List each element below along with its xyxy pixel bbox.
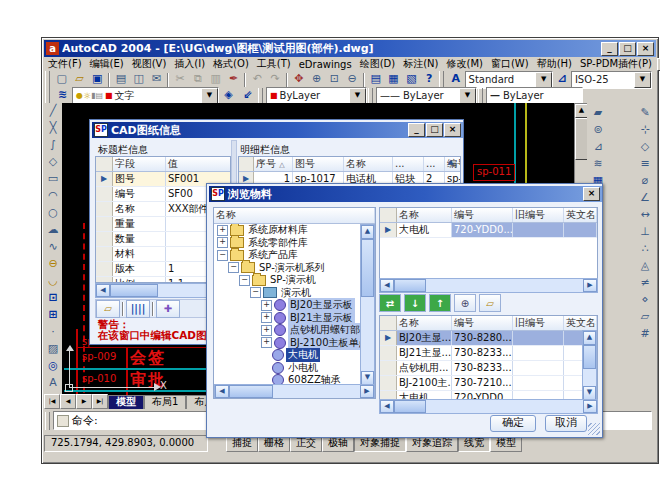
command-grip[interactable] [45, 412, 50, 430]
ellipse-icon[interactable]: ⊖ [44, 256, 63, 273]
ok-button[interactable]: 确定 [490, 415, 536, 432]
offset-icon[interactable]: ≋ [589, 156, 608, 173]
toolbar-grip[interactable] [478, 88, 483, 103]
scroll-left-icon[interactable]: ◀ [215, 385, 229, 398]
zoom-realtime-icon[interactable]: ⊕ [308, 71, 326, 88]
ordinate-dim-icon[interactable]: ◇ [636, 139, 655, 156]
cad-info-title-bar[interactable]: SP CAD图纸信息 _ □ × [92, 122, 463, 138]
layer-combo[interactable]: ● ☼ ▮ ▤ ■ 文字 ▼ [72, 87, 219, 105]
insert-block-icon[interactable]: ⊡ [44, 290, 63, 307]
table-row[interactable]: 点钞机用... 730-8233... [380, 361, 597, 376]
collapse-icon[interactable]: − [250, 287, 261, 298]
toolbar-grip[interactable] [439, 71, 444, 88]
new-file-icon[interactable]: ▢ [53, 71, 71, 88]
expand-icon[interactable]: + [261, 300, 272, 311]
table-row[interactable]: ▶ BJ20主显... 730-8280... [380, 331, 597, 346]
close-button[interactable]: × [637, 42, 654, 56]
layer-manager-icon[interactable]: ≋ [53, 87, 72, 104]
dim-style-edit-icon[interactable]: # [636, 326, 655, 343]
tab-layout1[interactable]: 布局1 [144, 395, 186, 409]
expand-icon[interactable]: + [261, 312, 272, 323]
chevron-down-icon[interactable]: ▼ [634, 72, 651, 88]
table-row[interactable]: BJ21主显... 730-8233... [380, 346, 597, 361]
dim-edit-icon[interactable]: ▱ [636, 309, 655, 326]
column-header[interactable]: ... [424, 157, 445, 171]
tab-prev-icon[interactable]: ◀ [60, 394, 76, 409]
selected-material-grid[interactable]: 名称 编号 旧编号 英文名称 ▶ 大电机 720-YDD0... [379, 207, 598, 279]
mirror-icon[interactable]: ⊿ [589, 139, 608, 156]
transfer-icon[interactable]: ⇄ [379, 294, 401, 312]
point-icon[interactable]: · [44, 324, 63, 341]
aligned-dim-icon[interactable]: ⊹ [636, 122, 655, 139]
tolerance-icon[interactable]: ≠ [636, 275, 655, 292]
construction-line-icon[interactable]: ╳ [44, 120, 63, 137]
properties-icon[interactable]: ▤ [367, 71, 385, 88]
column-header[interactable]: 序号 △ [254, 157, 293, 171]
tree-item[interactable]: 608ZZ轴承 [214, 374, 375, 384]
scroll-up-icon[interactable]: ▲ [583, 331, 596, 345]
polygon-icon[interactable]: ◇ [44, 154, 63, 171]
hatch-icon[interactable]: ▨ [44, 341, 63, 358]
radius-dim-icon[interactable]: ≡ [636, 156, 655, 173]
table-row[interactable]: ▶ 大电机 720-YDD0... [380, 223, 597, 238]
help-icon[interactable]: ? [420, 71, 438, 88]
zoom-window-icon[interactable]: ⊡ [325, 71, 343, 88]
resize-grip[interactable] [588, 423, 600, 435]
tab-last-icon[interactable]: ▶| [92, 394, 108, 409]
chevron-down-icon[interactable]: ▼ [459, 88, 476, 104]
menu-file[interactable]: 文件(F) [44, 56, 86, 72]
scroll-left-icon[interactable]: ◀ [380, 279, 394, 292]
material-list-grid[interactable]: 名称 编号 旧编号 英文名称 ▶ BJ20主显... 730-8280... B… [379, 315, 598, 400]
column-header[interactable]: 英文名称 [564, 208, 597, 222]
column-header[interactable]: 值 [166, 157, 231, 171]
chevron-down-icon[interactable]: ▼ [201, 88, 218, 104]
maximize-button[interactable]: □ [619, 42, 636, 56]
text-icon[interactable]: A [44, 375, 63, 392]
pan-icon[interactable]: ✥ [290, 71, 308, 88]
toolbar-grip[interactable] [258, 88, 263, 103]
chevron-down-icon[interactable]: ▼ [535, 72, 552, 88]
angular-dim-icon[interactable]: ∠ [636, 190, 655, 207]
column-header[interactable]: 名称 [344, 157, 393, 171]
tree-item-selected[interactable]: 大电机 [214, 349, 375, 362]
minimize-button[interactable]: _ [408, 123, 425, 137]
expand-icon[interactable]: + [261, 337, 272, 348]
scroll-up-icon[interactable]: ▲ [448, 158, 453, 166]
center-mark-icon[interactable]: ⋄ [636, 292, 655, 309]
move-up-icon[interactable]: ↑ [429, 294, 451, 312]
columns-icon[interactable]: |||| [126, 300, 150, 318]
spline-icon[interactable]: ∿ [44, 239, 63, 256]
add-record-icon[interactable]: ✚ [156, 300, 180, 318]
scroll-down-icon[interactable]: ▼ [583, 386, 596, 400]
redo-icon[interactable]: ↷ [266, 71, 284, 88]
scroll-down-icon[interactable]: ▼ [361, 371, 374, 384]
publish-icon[interactable]: ✉ [148, 71, 166, 88]
tab-model[interactable]: 模型 [108, 395, 144, 409]
rectangle-icon[interactable]: ▭ [44, 171, 63, 188]
collapse-icon[interactable]: − [239, 275, 250, 286]
collapse-icon[interactable]: − [217, 250, 228, 261]
tree-item[interactable]: −SP-演示机 [214, 274, 375, 287]
browse-title-bar[interactable]: SP 浏览物料 × [209, 186, 602, 202]
arc-icon[interactable]: ◠ [44, 188, 63, 205]
make-layer-current-icon[interactable]: ◈ [219, 87, 238, 104]
ellipse-arc-icon[interactable]: ◡ [44, 273, 63, 290]
tree-item[interactable]: −演示机 [214, 287, 375, 300]
linetype-combo[interactable]: —— ByLayer ▼ [376, 87, 477, 105]
column-header[interactable]: ... [393, 157, 424, 171]
minimize-button[interactable]: _ [601, 42, 618, 56]
menu-view[interactable]: 视图(V) [128, 56, 171, 72]
toolbar-grip[interactable] [45, 71, 50, 88]
revision-cloud-icon[interactable]: ☁ [44, 222, 63, 239]
menu-edrawings[interactable]: eDrawings [295, 58, 356, 71]
column-header[interactable]: 名称 [397, 208, 452, 222]
column-header[interactable]: 编号 [452, 208, 513, 222]
close-button[interactable]: × [444, 123, 461, 137]
expand-icon[interactable]: + [217, 225, 228, 236]
toolbar-grip[interactable] [45, 88, 50, 103]
cut-icon[interactable]: ✂ [171, 71, 189, 88]
expand-icon[interactable]: + [261, 325, 272, 336]
cancel-button[interactable]: 取消 [545, 415, 587, 432]
quick-dim-icon[interactable]: ↔ [636, 207, 655, 224]
column-header[interactable]: 图号 [293, 157, 344, 171]
